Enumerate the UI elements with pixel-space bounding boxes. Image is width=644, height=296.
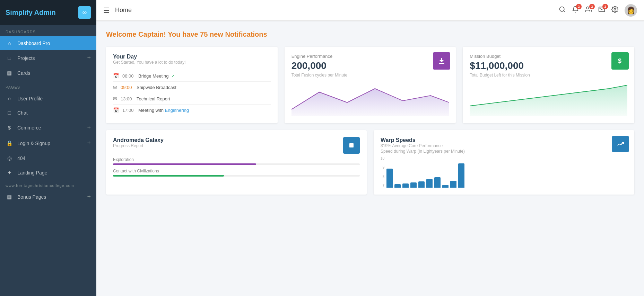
sidebar-item-404[interactable]: ◎ 404 — [0, 151, 96, 165]
plus-icon: + — [87, 124, 91, 131]
day-item-broadcast: ✉ 09:00 Shipwide Broadcast — [113, 82, 271, 93]
exploration-label: Exploration — [113, 157, 360, 162]
warp-speeds-card: Warp Speeds $19% Average Core Performanc… — [374, 130, 634, 195]
users-button[interactable]: 2 — [585, 6, 592, 15]
projects-icon: □ — [6, 55, 13, 61]
sidebar-item-label: Bonus Pages — [17, 194, 46, 200]
sidebar-item-bonus-pages[interactable]: ▦ Bonus Pages + — [0, 189, 96, 205]
lock-icon: 🔒 — [6, 140, 13, 146]
user-avatar[interactable]: 👩 — [625, 4, 637, 17]
engineering-link[interactable]: Enginnering — [165, 108, 189, 113]
engine-chart — [291, 82, 449, 116]
sidebar-title: Simplify Admin — [6, 9, 56, 17]
sidebar-item-login-signup[interactable]: 🔒 Login & Signup + — [0, 135, 96, 151]
svg-point-2 — [586, 7, 589, 9]
dollar-icon: $ — [611, 52, 629, 70]
sidebar-section-dashboards: DASHBOARDS — [0, 25, 96, 36]
notifications-button[interactable]: 2 — [572, 6, 579, 15]
warp-description: Speed during Warp (In Lightyears per Min… — [381, 149, 627, 154]
welcome-text-after: new Notifications — [208, 30, 267, 38]
svg-text:$: $ — [618, 57, 621, 64]
sidebar-item-commerce[interactable]: $ Commerce + — [0, 120, 96, 135]
welcome-text-before: Welcome Captain! You have — [106, 30, 200, 38]
sidebar-item-label: Login & Signup — [17, 141, 50, 146]
sidebar-item-landing-page[interactable]: ✦ Landing Page — [0, 165, 96, 180]
commerce-icon: $ — [6, 125, 13, 131]
menu-icon[interactable]: ☰ — [103, 6, 110, 15]
sidebar-item-cards[interactable]: ▦ Cards — [0, 66, 96, 80]
sidebar-item-label: Projects — [17, 55, 35, 61]
svg-marker-4 — [291, 89, 449, 116]
sidebar-item-dashboard-pro[interactable]: ⌂ Dashboard Pro — [0, 36, 96, 50]
notifications-badge: 2 — [576, 4, 582, 9]
check-icon: ✓ — [171, 73, 175, 79]
day-item-bridge: 📅 08:00 Bridge Meeting ✓ — [113, 70, 271, 82]
sidebar-item-label: User Profile — [17, 96, 43, 101]
y-label-10: 10 — [381, 156, 384, 160]
engine-value: 200,000 — [291, 60, 449, 71]
sidebar-item-label: Landing Page — [17, 170, 47, 176]
sidebar-item-label: Dashboard Pro — [17, 41, 50, 46]
calendar-icon: 📅 — [113, 107, 119, 113]
contact-bar — [113, 175, 224, 177]
plus-icon: + — [87, 54, 91, 62]
sidebar-item-label: Commerce — [17, 125, 41, 131]
bar-8 — [442, 185, 449, 188]
budget-chart — [470, 82, 627, 116]
warp-bar-chart: 10 9 8 7 — [381, 156, 627, 188]
bonus-icon: ▦ — [6, 194, 13, 200]
sidebar-item-projects[interactable]: □ Projects + — [0, 50, 96, 66]
sidebar-header: Simplify Admin ∞ — [0, 0, 96, 25]
warp-title: Warp Speeds — [381, 137, 627, 143]
sidebar-item-chat[interactable]: □ Chat — [0, 106, 96, 120]
calendar-icon: 📅 — [113, 73, 119, 79]
exploration-progress — [113, 163, 360, 165]
user-icon: ○ — [6, 96, 13, 101]
budget-subtitle: Total Budget Left for this Mission — [470, 73, 627, 78]
top-cards-row: Your Day Get Started, You have a lot to … — [106, 47, 634, 123]
contact-label: Contact with Civilizations — [113, 169, 360, 173]
mail-icon: ✉ — [113, 84, 117, 90]
bar-1 — [386, 169, 393, 188]
svg-rect-7 — [349, 143, 354, 147]
contact-progress — [113, 175, 360, 177]
bar-2 — [394, 184, 401, 188]
mission-budget-card: $ Mission Budget $11,000,000 Total Budge… — [463, 47, 634, 123]
your-day-card: Your Day Get Started, You have a lot to … — [106, 47, 278, 123]
welcome-message: Welcome Captain! You have 75 new Notific… — [106, 30, 634, 38]
andromeda-subtitle: Progress Report — [113, 143, 164, 148]
your-day-subtitle: Get Started, You have a lot to do today! — [113, 60, 271, 65]
y-label-9: 9 — [381, 165, 384, 169]
topbar-actions: 2 2 2 👩 — [559, 4, 637, 17]
svg-point-3 — [614, 9, 616, 10]
warp-icon — [612, 136, 629, 152]
budget-value: $11,000,000 — [470, 60, 627, 71]
plus-icon: + — [87, 193, 91, 200]
home-icon: ⌂ — [6, 40, 13, 46]
andromeda-card: Andromeda Galaxy Progress Report Explora… — [106, 130, 367, 195]
bar-9 — [450, 181, 456, 188]
engine-subtitle: Total Fusion cycles per Minute — [291, 73, 449, 78]
sidebar-item-user-profile[interactable]: ○ User Profile — [0, 91, 96, 106]
andromeda-title: Andromeda Galaxy — [113, 137, 164, 143]
settings-button[interactable] — [611, 6, 618, 15]
andromeda-header: Andromeda Galaxy Progress Report — [113, 137, 360, 154]
y-label-7: 7 — [381, 184, 384, 188]
bottom-cards-row: Andromeda Galaxy Progress Report Explora… — [106, 130, 634, 195]
budget-title: Mission Budget — [470, 54, 627, 59]
bar-3 — [402, 183, 409, 188]
bar-4 — [410, 182, 417, 188]
svg-point-0 — [560, 7, 564, 11]
mail-button[interactable]: 2 — [598, 6, 605, 15]
plus-icon: + — [87, 140, 91, 147]
download-icon — [433, 52, 450, 70]
welcome-count: 75 — [200, 30, 208, 38]
cards-icon: ▦ — [6, 70, 13, 76]
engine-title: Engine Performance — [291, 54, 449, 59]
content-area: Welcome Captain! You have 75 new Notific… — [96, 21, 644, 296]
landing-icon: ✦ — [6, 170, 13, 176]
exploration-bar — [113, 163, 256, 165]
sidebar: Simplify Admin ∞ DASHBOARDS ⌂ Dashboard … — [0, 0, 96, 296]
page-title: Home — [115, 7, 559, 14]
search-button[interactable] — [559, 6, 566, 15]
